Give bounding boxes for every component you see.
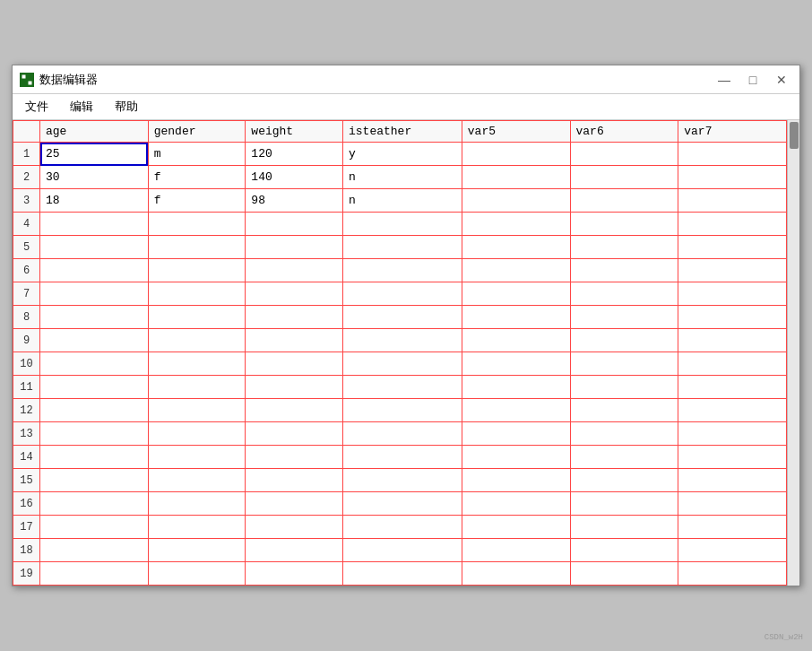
- cell-var5[interactable]: [462, 422, 570, 446]
- cell-isteather[interactable]: [343, 492, 462, 516]
- cell-var7[interactable]: [678, 492, 787, 516]
- cell-var6[interactable]: [570, 539, 678, 562]
- cell-weight[interactable]: [246, 469, 343, 492]
- cell-gender[interactable]: f: [148, 166, 246, 189]
- col-header-age[interactable]: age: [40, 121, 149, 143]
- cell-var7[interactable]: [678, 306, 787, 329]
- cell-var6[interactable]: [570, 352, 678, 376]
- cell-gender[interactable]: [148, 213, 246, 236]
- cell-gender[interactable]: [148, 329, 246, 352]
- cell-isteather[interactable]: [343, 516, 462, 539]
- cell-gender[interactable]: m: [148, 143, 246, 166]
- cell-isteather[interactable]: [343, 562, 462, 586]
- cell-isteather[interactable]: [343, 213, 462, 236]
- cell-var5[interactable]: [462, 236, 570, 259]
- vertical-scrollbar[interactable]: [787, 120, 799, 586]
- col-header-weight[interactable]: weight: [246, 121, 343, 143]
- cell-age[interactable]: [40, 539, 149, 562]
- cell-weight[interactable]: [246, 399, 343, 422]
- cell-weight[interactable]: [246, 516, 343, 539]
- cell-gender[interactable]: [148, 516, 246, 539]
- cell-var7[interactable]: [678, 282, 787, 306]
- col-header-gender[interactable]: gender: [148, 121, 246, 143]
- cell-weight[interactable]: 120: [246, 143, 343, 166]
- cell-age[interactable]: [40, 516, 149, 539]
- cell-isteather[interactable]: [343, 352, 462, 376]
- cell-var5[interactable]: [462, 562, 570, 586]
- cell-isteather[interactable]: [343, 446, 462, 469]
- cell-var5[interactable]: [462, 189, 570, 213]
- cell-age[interactable]: 30: [40, 166, 149, 189]
- cell-var5[interactable]: [462, 376, 570, 399]
- cell-var7[interactable]: [678, 352, 787, 376]
- cell-var5[interactable]: [462, 446, 570, 469]
- cell-gender[interactable]: [148, 282, 246, 306]
- col-header-var5[interactable]: var5: [462, 121, 570, 143]
- cell-var7[interactable]: [678, 189, 787, 213]
- cell-age[interactable]: [40, 329, 149, 352]
- cell-var6[interactable]: [570, 492, 678, 516]
- cell-age[interactable]: [40, 282, 149, 306]
- cell-weight[interactable]: [246, 236, 343, 259]
- cell-weight[interactable]: [246, 213, 343, 236]
- cell-weight[interactable]: [246, 492, 343, 516]
- cell-gender[interactable]: [148, 259, 246, 282]
- cell-isteather[interactable]: [343, 469, 462, 492]
- cell-var5[interactable]: [462, 306, 570, 329]
- cell-age[interactable]: [40, 399, 149, 422]
- cell-var5[interactable]: [462, 352, 570, 376]
- cell-var7[interactable]: [678, 376, 787, 399]
- cell-isteather[interactable]: y: [343, 143, 462, 166]
- cell-var5[interactable]: [462, 492, 570, 516]
- cell-weight[interactable]: [246, 352, 343, 376]
- cell-age[interactable]: [40, 213, 149, 236]
- cell-var6[interactable]: [570, 376, 678, 399]
- cell-weight[interactable]: [246, 306, 343, 329]
- cell-var5[interactable]: [462, 143, 570, 166]
- menu-edit[interactable]: 编辑: [61, 96, 102, 117]
- cell-var7[interactable]: [678, 236, 787, 259]
- menu-file[interactable]: 文件: [16, 96, 57, 117]
- cell-age[interactable]: [40, 376, 149, 399]
- cell-isteather[interactable]: [343, 329, 462, 352]
- cell-weight[interactable]: [246, 562, 343, 586]
- cell-var5[interactable]: [462, 329, 570, 352]
- col-header-var6[interactable]: var6: [570, 121, 678, 143]
- cell-age[interactable]: [40, 469, 149, 492]
- cell-var6[interactable]: [570, 516, 678, 539]
- cell-gender[interactable]: f: [148, 189, 246, 213]
- cell-gender[interactable]: [148, 492, 246, 516]
- cell-gender[interactable]: [148, 539, 246, 562]
- cell-age[interactable]: [40, 306, 149, 329]
- cell-var7[interactable]: [678, 469, 787, 492]
- cell-gender[interactable]: [148, 376, 246, 399]
- cell-isteather[interactable]: [343, 422, 462, 446]
- cell-weight[interactable]: 98: [246, 189, 343, 213]
- cell-var6[interactable]: [570, 306, 678, 329]
- cell-var6[interactable]: [570, 213, 678, 236]
- cell-weight[interactable]: [246, 422, 343, 446]
- cell-gender[interactable]: [148, 562, 246, 586]
- cell-var7[interactable]: [678, 446, 787, 469]
- cell-var5[interactable]: [462, 282, 570, 306]
- cell-isteather[interactable]: [343, 282, 462, 306]
- minimize-button[interactable]: —: [713, 71, 735, 89]
- cell-var5[interactable]: [462, 213, 570, 236]
- table-container[interactable]: age gender weight isteather var5 var6 va…: [13, 120, 787, 586]
- cell-weight[interactable]: [246, 539, 343, 562]
- cell-var7[interactable]: [678, 562, 787, 586]
- cell-var5[interactable]: [462, 399, 570, 422]
- cell-var6[interactable]: [570, 469, 678, 492]
- cell-var5[interactable]: [462, 539, 570, 562]
- cell-var7[interactable]: [678, 166, 787, 189]
- maximize-button[interactable]: □: [742, 71, 764, 89]
- cell-var6[interactable]: [570, 282, 678, 306]
- cell-var6[interactable]: [570, 166, 678, 189]
- cell-var6[interactable]: [570, 143, 678, 166]
- cell-var5[interactable]: [462, 166, 570, 189]
- cell-var7[interactable]: [678, 516, 787, 539]
- cell-var6[interactable]: [570, 329, 678, 352]
- scrollbar-thumb[interactable]: [790, 122, 799, 149]
- cell-isteather[interactable]: [343, 539, 462, 562]
- cell-age[interactable]: [40, 492, 149, 516]
